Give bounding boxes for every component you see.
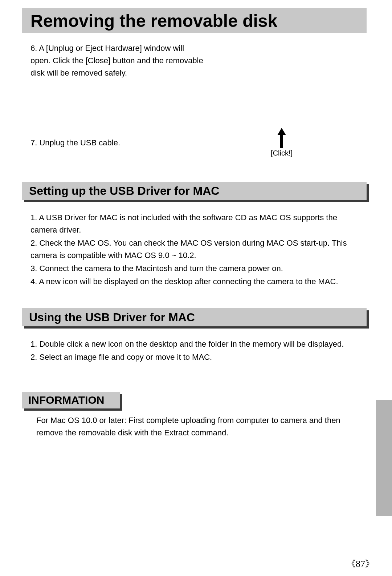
list-item: 3. Connect the camera to the Macintosh a…	[30, 262, 350, 275]
arrow-up-icon	[276, 128, 287, 148]
list-item: 1. Double click a new icon on the deskto…	[30, 338, 350, 350]
section-heading-using: Using the USB Driver for MAC	[22, 311, 195, 324]
info-header: INFORMATION	[22, 392, 120, 408]
page-title: Removing the removable disk	[22, 8, 367, 31]
info-body: For Mac OS 10.0 or later: First complete…	[36, 414, 348, 439]
click-label: [Click!]	[267, 149, 296, 157]
step-6: 6. A [Unplug or Eject Hardware] window w…	[30, 42, 205, 79]
info-heading: INFORMATION	[22, 394, 104, 406]
list-setup: 1. A USB Driver for MAC is not included …	[30, 212, 350, 289]
list-item: 2. Select an image file and copy or move…	[30, 351, 350, 363]
click-arrow: [Click!]	[267, 128, 296, 157]
side-tab	[376, 400, 392, 516]
list-item: 4. A new icon will be displayed on the d…	[30, 275, 350, 288]
step-7: 7. Unplug the USB cable.	[30, 137, 205, 149]
page-title-bar: Removing the removable disk	[22, 8, 367, 33]
section-heading-setup: Setting up the USB Driver for MAC	[22, 184, 219, 198]
section-header-setup: Setting up the USB Driver for MAC	[22, 182, 367, 200]
page-number: 《87》	[346, 557, 375, 570]
list-item: 1. A USB Driver for MAC is not included …	[30, 212, 350, 236]
list-using: 1. Double click a new icon on the deskto…	[30, 338, 350, 364]
svg-marker-0	[277, 128, 286, 148]
list-item: 2. Check the MAC OS. You can check the M…	[30, 237, 350, 262]
section-header-using: Using the USB Driver for MAC	[22, 308, 367, 326]
